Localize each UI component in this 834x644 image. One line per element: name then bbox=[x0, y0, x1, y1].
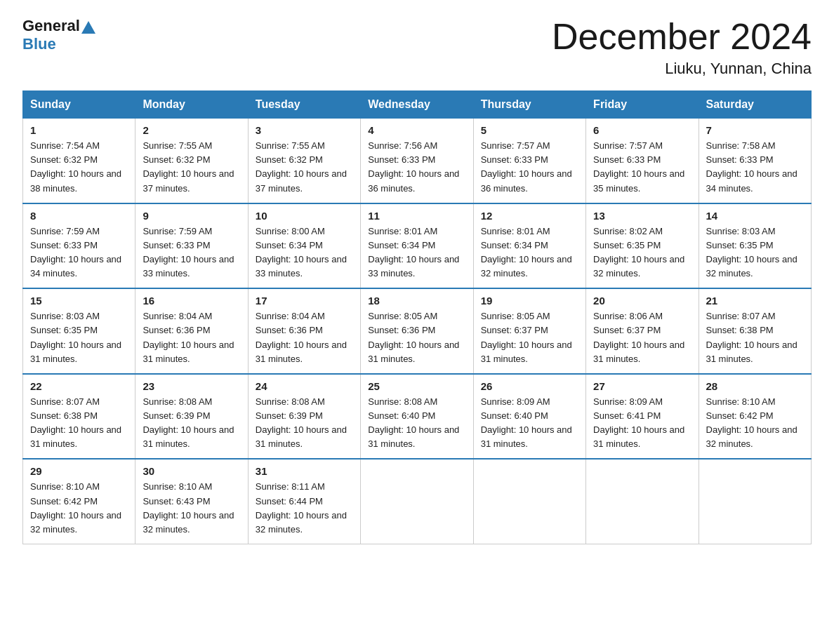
header-monday: Monday bbox=[135, 91, 248, 119]
day-number: 20 bbox=[593, 295, 691, 307]
calendar-week-row: 15Sunrise: 8:03 AMSunset: 6:35 PMDayligh… bbox=[23, 288, 812, 374]
logo: General Blue bbox=[22, 17, 97, 53]
day-number: 15 bbox=[30, 295, 128, 307]
header-tuesday: Tuesday bbox=[248, 91, 360, 119]
day-info: Sunrise: 8:08 AMSunset: 6:39 PMDaylight:… bbox=[256, 396, 347, 449]
calendar-cell bbox=[473, 459, 585, 544]
header-sunday: Sunday bbox=[23, 91, 135, 119]
day-info: Sunrise: 7:57 AMSunset: 6:33 PMDaylight:… bbox=[593, 140, 684, 193]
day-info: Sunrise: 8:04 AMSunset: 6:36 PMDaylight:… bbox=[256, 311, 347, 363]
calendar-cell: 29Sunrise: 8:10 AMSunset: 6:42 PMDayligh… bbox=[23, 459, 135, 544]
title-area: December 2024 Liuku, Yunnan, China bbox=[552, 17, 812, 78]
day-number: 11 bbox=[368, 210, 465, 222]
calendar-cell: 26Sunrise: 8:09 AMSunset: 6:40 PMDayligh… bbox=[473, 374, 585, 459]
calendar-cell: 17Sunrise: 8:04 AMSunset: 6:36 PMDayligh… bbox=[248, 288, 360, 374]
day-info: Sunrise: 8:10 AMSunset: 6:43 PMDaylight:… bbox=[143, 481, 234, 534]
calendar-cell: 14Sunrise: 8:03 AMSunset: 6:35 PMDayligh… bbox=[699, 203, 811, 289]
day-info: Sunrise: 8:08 AMSunset: 6:40 PMDaylight:… bbox=[368, 396, 459, 449]
calendar-header-row: SundayMondayTuesdayWednesdayThursdayFrid… bbox=[23, 91, 812, 119]
calendar-week-row: 1Sunrise: 7:54 AMSunset: 6:32 PMDaylight… bbox=[23, 119, 812, 203]
logo-blue-text: Blue bbox=[22, 35, 56, 53]
calendar-cell: 16Sunrise: 8:04 AMSunset: 6:36 PMDayligh… bbox=[135, 288, 248, 374]
day-info: Sunrise: 8:10 AMSunset: 6:42 PMDaylight:… bbox=[706, 396, 797, 449]
day-info: Sunrise: 8:10 AMSunset: 6:42 PMDaylight:… bbox=[30, 481, 121, 534]
header-friday: Friday bbox=[586, 91, 699, 119]
calendar-cell: 7Sunrise: 7:58 AMSunset: 6:33 PMDaylight… bbox=[699, 119, 811, 203]
day-number: 19 bbox=[481, 295, 578, 307]
day-number: 12 bbox=[481, 210, 578, 222]
calendar-cell: 5Sunrise: 7:57 AMSunset: 6:33 PMDaylight… bbox=[473, 119, 585, 203]
day-number: 22 bbox=[30, 380, 128, 392]
day-info: Sunrise: 7:57 AMSunset: 6:33 PMDaylight:… bbox=[481, 140, 572, 193]
day-info: Sunrise: 8:03 AMSunset: 6:35 PMDaylight:… bbox=[30, 311, 121, 363]
calendar-cell bbox=[586, 459, 699, 544]
day-info: Sunrise: 8:05 AMSunset: 6:37 PMDaylight:… bbox=[481, 311, 572, 363]
day-number: 24 bbox=[256, 380, 353, 392]
day-info: Sunrise: 8:07 AMSunset: 6:38 PMDaylight:… bbox=[30, 396, 121, 449]
calendar-cell: 3Sunrise: 7:55 AMSunset: 6:32 PMDaylight… bbox=[248, 119, 360, 203]
day-number: 5 bbox=[481, 124, 578, 136]
calendar-cell: 4Sunrise: 7:56 AMSunset: 6:33 PMDaylight… bbox=[361, 119, 473, 203]
day-number: 17 bbox=[256, 295, 353, 307]
day-info: Sunrise: 8:07 AMSunset: 6:38 PMDaylight:… bbox=[706, 311, 797, 363]
logo-triangle-icon bbox=[81, 21, 95, 34]
day-number: 4 bbox=[368, 124, 465, 136]
calendar-cell: 11Sunrise: 8:01 AMSunset: 6:34 PMDayligh… bbox=[361, 203, 473, 289]
day-info: Sunrise: 7:54 AMSunset: 6:32 PMDaylight:… bbox=[30, 140, 121, 193]
day-info: Sunrise: 8:05 AMSunset: 6:36 PMDaylight:… bbox=[368, 311, 459, 363]
header: General Blue December 2024 Liuku, Yunnan… bbox=[22, 17, 812, 78]
calendar-cell: 30Sunrise: 8:10 AMSunset: 6:43 PMDayligh… bbox=[135, 459, 248, 544]
day-number: 8 bbox=[30, 210, 128, 222]
month-title: December 2024 bbox=[552, 17, 812, 57]
calendar-cell: 12Sunrise: 8:01 AMSunset: 6:34 PMDayligh… bbox=[473, 203, 585, 289]
day-number: 9 bbox=[143, 210, 240, 222]
day-info: Sunrise: 7:59 AMSunset: 6:33 PMDaylight:… bbox=[30, 226, 121, 279]
day-info: Sunrise: 8:00 AMSunset: 6:34 PMDaylight:… bbox=[256, 226, 347, 279]
day-info: Sunrise: 7:58 AMSunset: 6:33 PMDaylight:… bbox=[706, 140, 797, 193]
day-number: 21 bbox=[706, 295, 804, 307]
day-number: 23 bbox=[143, 380, 240, 392]
day-number: 1 bbox=[30, 124, 128, 136]
day-number: 26 bbox=[481, 380, 578, 392]
calendar-cell: 9Sunrise: 7:59 AMSunset: 6:33 PMDaylight… bbox=[135, 203, 248, 289]
day-number: 28 bbox=[706, 380, 804, 392]
day-number: 13 bbox=[593, 210, 691, 222]
calendar-cell: 31Sunrise: 8:11 AMSunset: 6:44 PMDayligh… bbox=[248, 459, 360, 544]
calendar-cell: 27Sunrise: 8:09 AMSunset: 6:41 PMDayligh… bbox=[586, 374, 699, 459]
calendar-cell: 25Sunrise: 8:08 AMSunset: 6:40 PMDayligh… bbox=[361, 374, 473, 459]
day-number: 18 bbox=[368, 295, 465, 307]
day-number: 27 bbox=[593, 380, 691, 392]
day-info: Sunrise: 7:55 AMSunset: 6:32 PMDaylight:… bbox=[143, 140, 234, 193]
calendar-cell: 23Sunrise: 8:08 AMSunset: 6:39 PMDayligh… bbox=[135, 374, 248, 459]
calendar-cell bbox=[361, 459, 473, 544]
day-info: Sunrise: 8:09 AMSunset: 6:41 PMDaylight:… bbox=[593, 396, 684, 449]
day-number: 29 bbox=[30, 465, 128, 477]
day-number: 30 bbox=[143, 465, 240, 477]
header-thursday: Thursday bbox=[473, 91, 585, 119]
location-title: Liuku, Yunnan, China bbox=[552, 60, 812, 78]
day-info: Sunrise: 7:59 AMSunset: 6:33 PMDaylight:… bbox=[143, 226, 234, 279]
calendar-table: SundayMondayTuesdayWednesdayThursdayFrid… bbox=[22, 90, 812, 544]
calendar-cell: 20Sunrise: 8:06 AMSunset: 6:37 PMDayligh… bbox=[586, 288, 699, 374]
day-number: 7 bbox=[706, 124, 804, 136]
calendar-cell: 21Sunrise: 8:07 AMSunset: 6:38 PMDayligh… bbox=[699, 288, 811, 374]
calendar-week-row: 8Sunrise: 7:59 AMSunset: 6:33 PMDaylight… bbox=[23, 203, 812, 289]
day-info: Sunrise: 8:11 AMSunset: 6:44 PMDaylight:… bbox=[256, 481, 347, 534]
calendar-cell: 15Sunrise: 8:03 AMSunset: 6:35 PMDayligh… bbox=[23, 288, 135, 374]
calendar-cell: 6Sunrise: 7:57 AMSunset: 6:33 PMDaylight… bbox=[586, 119, 699, 203]
day-number: 6 bbox=[593, 124, 691, 136]
calendar-cell: 22Sunrise: 8:07 AMSunset: 6:38 PMDayligh… bbox=[23, 374, 135, 459]
header-wednesday: Wednesday bbox=[361, 91, 473, 119]
calendar-week-row: 29Sunrise: 8:10 AMSunset: 6:42 PMDayligh… bbox=[23, 459, 812, 544]
calendar-cell: 24Sunrise: 8:08 AMSunset: 6:39 PMDayligh… bbox=[248, 374, 360, 459]
day-info: Sunrise: 8:01 AMSunset: 6:34 PMDaylight:… bbox=[368, 226, 459, 279]
day-info: Sunrise: 8:02 AMSunset: 6:35 PMDaylight:… bbox=[593, 226, 684, 279]
calendar-cell: 1Sunrise: 7:54 AMSunset: 6:32 PMDaylight… bbox=[23, 119, 135, 203]
day-info: Sunrise: 8:03 AMSunset: 6:35 PMDaylight:… bbox=[706, 226, 797, 279]
day-number: 14 bbox=[706, 210, 804, 222]
day-number: 16 bbox=[143, 295, 240, 307]
day-info: Sunrise: 8:08 AMSunset: 6:39 PMDaylight:… bbox=[143, 396, 234, 449]
calendar-cell: 10Sunrise: 8:00 AMSunset: 6:34 PMDayligh… bbox=[248, 203, 360, 289]
calendar-cell bbox=[699, 459, 811, 544]
day-number: 25 bbox=[368, 380, 465, 392]
